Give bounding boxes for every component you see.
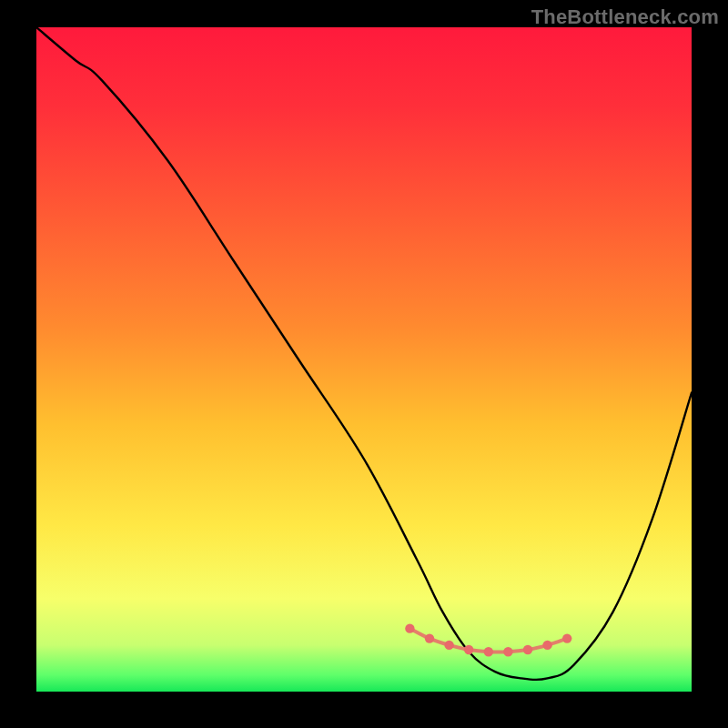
- optimal-marker: [484, 647, 493, 656]
- chart-frame: TheBottleneck.com: [0, 0, 728, 728]
- optimal-marker: [503, 647, 512, 656]
- optimal-marker: [405, 623, 414, 632]
- plot-background: [36, 27, 692, 692]
- optimal-marker: [523, 645, 532, 654]
- optimal-marker: [425, 633, 434, 642]
- optimal-marker: [464, 645, 473, 654]
- optimal-marker: [444, 641, 453, 650]
- optimal-marker: [542, 641, 551, 650]
- bottleneck-plot: [0, 0, 728, 728]
- watermark-label: TheBottleneck.com: [531, 5, 719, 29]
- optimal-marker: [562, 633, 571, 642]
